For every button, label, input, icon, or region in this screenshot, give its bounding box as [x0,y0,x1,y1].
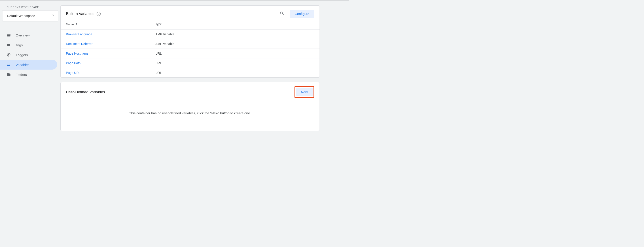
svg-point-0 [8,54,10,56]
workspace-section-label: CURRENT WORKSPACE [0,6,60,10]
sidebar-item-label: Folders [16,73,27,77]
variable-name-link[interactable]: Page Hostname [66,52,88,55]
overview-icon [7,33,16,37]
variable-type: URL [156,52,314,55]
workspace-selector[interactable]: Default Workspace [2,10,58,21]
userdef-variables-card: User-Defined Variables New This containe… [60,82,320,131]
sidebar-item-tags[interactable]: Tags [0,40,57,50]
sidebar-item-label: Overview [16,33,30,37]
userdef-card-title: User-Defined Variables [66,90,105,94]
tags-icon [7,43,16,47]
sidebar-item-variables[interactable]: Variables [0,60,57,70]
sidebar-item-label: Triggers [16,53,28,57]
sort-asc-icon [75,22,78,26]
builtin-card-title: Built-In Variables ? [66,12,100,16]
sidebar-item-triggers[interactable]: Triggers [0,50,57,60]
search-icon [280,11,285,17]
variable-name-link[interactable]: Page URL [66,71,80,75]
table-row[interactable]: Browser Language AMP Variable [60,29,320,39]
table-row[interactable]: Page Hostname URL [60,49,320,58]
triggers-icon [7,53,16,57]
column-header-name[interactable]: Name [66,22,156,26]
new-button[interactable]: New [296,88,312,96]
column-header-type[interactable]: Type [156,22,314,26]
help-icon[interactable]: ? [96,12,100,16]
sidebar-item-overview[interactable]: Overview [0,30,57,40]
sidebar-nav: Overview Tags Triggers Variables [0,30,60,79]
builtin-table-header: Name Type [60,20,320,29]
chevron-right-icon [51,14,55,18]
empty-state-message: This container has no user-defined varia… [60,100,320,131]
workspace-name: Default Workspace [7,14,35,18]
sidebar-item-label: Tags [16,43,23,47]
variables-icon [7,63,16,67]
builtin-variables-card: Built-In Variables ? Configure Name [60,5,320,78]
table-row[interactable]: Page URL URL [60,68,320,77]
sidebar-item-folders[interactable]: Folders [0,70,57,79]
folders-icon [7,73,16,77]
variable-name-link[interactable]: Browser Language [66,33,92,36]
variable-type: AMP Variable [156,33,314,36]
variable-type: AMP Variable [156,42,314,46]
search-button[interactable] [278,10,286,18]
variable-type: URL [156,71,314,75]
annotation-highlight: New [294,86,314,98]
configure-button[interactable]: Configure [290,10,314,18]
sidebar-item-label: Variables [16,63,29,67]
table-row[interactable]: Document Referrer AMP Variable [60,39,320,49]
variable-name-link[interactable]: Document Referrer [66,42,92,46]
table-row[interactable]: Page Path URL [60,58,320,68]
variable-type: URL [156,61,314,65]
variable-name-link[interactable]: Page Path [66,61,80,65]
